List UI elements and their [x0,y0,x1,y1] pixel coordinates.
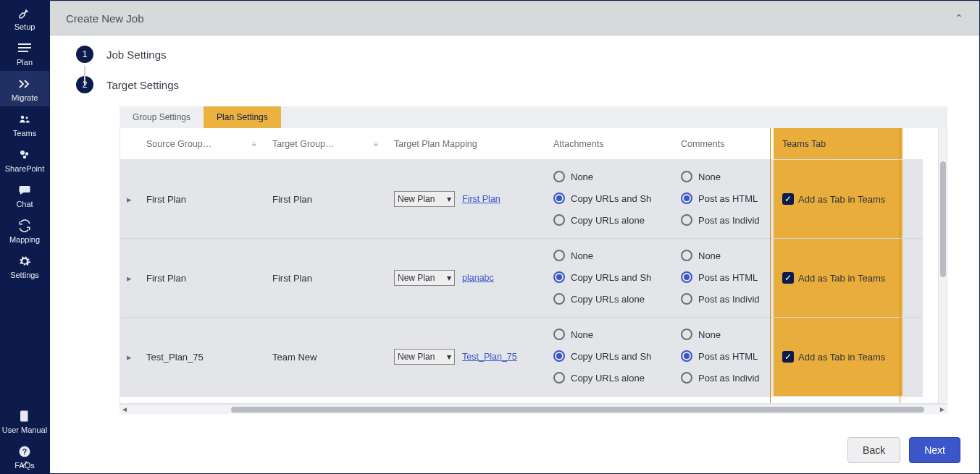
attachments-radio[interactable] [553,271,565,283]
panel-title: Create New Job [66,12,144,25]
radio-label: Copy URLs and Sh [571,351,651,362]
attachments-radio[interactable] [553,250,565,261]
attachments-radio[interactable] [553,214,565,226]
expand-sidebar-icon[interactable]: ⤢ [0,458,49,470]
sidebar-item-user-manual[interactable]: User Manual [0,403,49,439]
sidebar-item-chat[interactable]: Chat [0,177,49,213]
radio-label: None [698,172,721,182]
radio-label: Post as HTML [698,193,758,204]
plan-mapping-select[interactable]: New Plan▾ [394,349,455,365]
horizontal-scrollbar[interactable]: ◄ ► [120,404,947,414]
back-button[interactable]: Back [847,437,900,463]
cell-target-plan-mapping: New Plan▾First Plan [385,160,545,238]
plan-link[interactable]: First Plan [462,194,501,204]
attachments-radio[interactable] [553,372,565,384]
cell-attachments: NoneCopy URLs and ShCopy URLs alone [545,239,672,317]
cell-teams-tab: ✓Add as Tab in Teams [774,160,902,238]
svg-point-3 [21,116,25,119]
attachments-radio[interactable] [553,293,565,305]
radio-label: Copy URLs and Sh [571,193,651,204]
sidebar-item-sharepoint[interactable]: SharePoint [0,142,49,177]
step-label: Job Settings [106,48,167,61]
column-teams-tab: Teams Tab [774,128,902,159]
sidebar-item-plan[interactable]: Plan [0,35,49,71]
sidebar-label: Setup [14,22,35,31]
sync-icon [17,219,32,233]
radio-label: None [698,250,721,261]
scroll-left-icon[interactable]: ◄ [120,405,130,413]
comments-radio[interactable] [681,271,692,283]
filter-icon[interactable]: ≡ [252,140,256,148]
comments-radio[interactable] [681,171,692,182]
add-as-tab-checkbox[interactable]: ✓ [782,351,794,363]
cell-comments: NonePost as HTMLPost as Individ [672,160,774,238]
step-label: Target Settings [106,79,179,91]
column-source-group[interactable]: Source Group…≡ [138,128,264,159]
radio-label: Copy URLs alone [571,215,645,226]
expand-row-icon[interactable]: ▸ [120,318,138,396]
sidebar-item-teams[interactable]: Teams [0,106,49,142]
book-icon [17,409,32,423]
radio-label: Copy URLs alone [571,373,645,384]
chat-icon [17,183,32,198]
comments-radio[interactable] [681,350,692,362]
plan-link[interactable]: planabc [462,273,494,283]
vertical-scrollbar[interactable] [938,128,947,403]
step-target-settings[interactable]: 2 Target Settings [76,76,953,93]
sidebar-label: Chat [16,200,33,208]
radio-label: None [698,329,721,340]
table-row: ▸First PlanFirst PlanNew Plan▾First Plan… [120,160,923,239]
expand-row-icon[interactable]: ▸ [120,160,138,238]
add-as-tab-checkbox[interactable]: ✓ [782,193,794,205]
sidebar-label: Mapping [9,235,40,244]
column-target-group[interactable]: Target Group…≡ [264,128,385,159]
filter-icon[interactable]: ≡ [374,140,378,148]
svg-point-6 [25,152,29,156]
plan-mapping-select[interactable]: New Plan▾ [394,270,455,286]
sidebar-item-migrate[interactable]: Migrate [0,71,49,106]
cell-attachments: NoneCopy URLs and ShCopy URLs alone [545,318,672,396]
svg-rect-2 [18,51,28,52]
table-row: ▸Test_Plan_75Team NewNew Plan▾Test_Plan_… [120,318,923,397]
tab-group-settings[interactable]: Group Settings [120,106,204,128]
svg-point-5 [20,151,25,155]
comments-radio[interactable] [681,250,692,261]
comments-radio[interactable] [681,372,692,384]
wrench-icon [17,6,32,20]
scroll-right-icon[interactable]: ► [937,405,947,413]
plan-link[interactable]: Test_Plan_75 [462,352,517,362]
collapse-panel-icon[interactable]: ⌃ [955,12,963,24]
comments-radio[interactable] [681,192,692,204]
expand-row-icon[interactable]: ▸ [120,239,138,317]
comments-radio[interactable] [681,293,692,305]
checkbox-label: Add as Tab in Teams [798,194,885,205]
svg-text:?: ? [22,447,27,456]
plan-mapping-select[interactable]: New Plan▾ [394,191,455,207]
radio-label: Post as Individ [698,215,760,226]
step-job-settings[interactable]: 1 Job Settings [76,46,953,63]
cell-target-group: First Plan [264,239,385,317]
sidebar-item-mapping[interactable]: Mapping [0,213,49,248]
radio-label: Copy URLs alone [571,294,645,305]
tab-plan-settings[interactable]: Plan Settings [204,106,281,128]
radio-label: Post as Individ [698,373,760,384]
attachments-radio[interactable] [553,329,565,340]
sidebar-label: Migrate [12,93,38,102]
cell-comments: NonePost as HTMLPost as Individ [672,318,774,396]
cell-target-plan-mapping: New Plan▾Test_Plan_75 [385,318,545,396]
add-as-tab-checkbox[interactable]: ✓ [782,272,794,284]
attachments-radio[interactable] [553,350,565,362]
comments-radio[interactable] [681,329,692,340]
radio-label: Post as HTML [698,351,758,362]
attachments-radio[interactable] [553,192,565,204]
sidebar-label: Settings [10,271,39,279]
help-icon: ? [17,444,32,459]
sidebar-item-setup[interactable]: Setup [0,0,49,35]
sidebar-item-settings[interactable]: Settings [0,248,49,284]
sidebar: Setup Plan Migrate Teams SharePoint Chat… [0,0,49,474]
cell-comments: NonePost as HTMLPost as Individ [672,239,774,317]
attachments-radio[interactable] [553,171,565,182]
next-button[interactable]: Next [909,437,960,463]
comments-radio[interactable] [681,214,692,226]
radio-label: Post as Individ [698,294,760,305]
